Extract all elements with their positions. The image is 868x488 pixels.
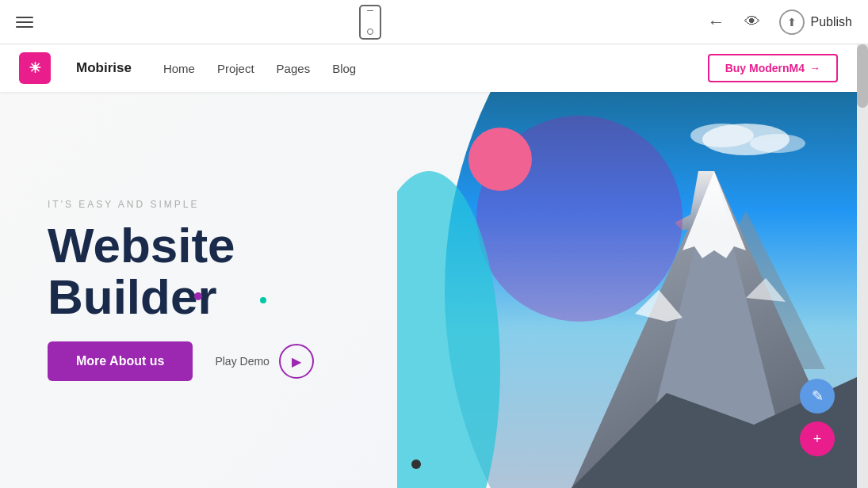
play-demo-container[interactable]: Play Demo ▶ xyxy=(215,344,313,379)
logo-icon: ☀ xyxy=(29,59,41,77)
more-about-us-button[interactable]: More About us xyxy=(48,341,193,381)
scrollbar-thumb[interactable] xyxy=(857,44,868,108)
toolbar-right: ← 👁 ⬆ Publish xyxy=(708,10,852,35)
buy-modernm4-button[interactable]: Buy ModernM4 → xyxy=(708,54,838,82)
toolbar-left xyxy=(16,17,33,28)
nav-link-home[interactable]: Home xyxy=(163,62,195,75)
carousel-dot-indicator[interactable] xyxy=(411,459,421,469)
hero-title-line1: Website xyxy=(48,219,314,271)
preview-eye-icon[interactable]: 👁 xyxy=(744,13,760,31)
play-demo-icon[interactable]: ▶ xyxy=(279,344,314,379)
hero-title-line2-wrapper: Builder xyxy=(48,271,314,322)
nav-link-project[interactable]: Project xyxy=(217,62,254,75)
hero-subtitle: IT'S EASY AND SIMPLE xyxy=(48,199,314,210)
edit-fab-icon: ✎ xyxy=(812,387,824,405)
add-fab-button[interactable]: + xyxy=(800,421,835,456)
svg-point-3 xyxy=(690,124,754,147)
play-demo-label: Play Demo xyxy=(215,355,269,368)
dot-green-decoration xyxy=(260,297,266,303)
edit-fab-button[interactable]: ✎ xyxy=(800,379,835,414)
preview-area: ☀ Mobirise Home Project Pages Blog Buy M… xyxy=(0,44,857,488)
site-logo: ☀ xyxy=(19,52,51,84)
publish-label: Publish xyxy=(811,15,852,29)
publish-button[interactable]: ⬆ Publish xyxy=(779,10,852,35)
scrollbar-track xyxy=(857,44,868,488)
buy-button-label: Buy ModernM4 xyxy=(725,62,805,74)
back-icon[interactable]: ← xyxy=(708,12,725,32)
toolbar: ← 👁 ⬆ Publish xyxy=(0,0,868,44)
mobile-device-icon[interactable] xyxy=(359,5,381,40)
nav-link-blog[interactable]: Blog xyxy=(332,62,356,75)
toolbar-center xyxy=(359,5,381,40)
hero-visual xyxy=(397,92,857,488)
svg-point-4 xyxy=(750,134,805,153)
menu-icon[interactable] xyxy=(16,17,33,28)
hero-content: IT'S EASY AND SIMPLE Website Builder Mor… xyxy=(48,199,314,381)
hero-title: Website Builder xyxy=(48,219,314,322)
pink-circle-decoration xyxy=(468,128,532,191)
add-fab-icon: + xyxy=(813,431,822,448)
site-nav-links: Home Project Pages Blog xyxy=(163,62,683,75)
fab-container: ✎ + xyxy=(800,379,835,456)
nav-link-pages[interactable]: Pages xyxy=(277,62,311,75)
hero-actions: More About us Play Demo ▶ xyxy=(48,341,314,381)
hero-title-line2: Builder xyxy=(48,269,217,324)
buy-button-arrow: → xyxy=(809,62,820,74)
main-area: ☀ Mobirise Home Project Pages Blog Buy M… xyxy=(0,44,868,488)
site-navbar: ☀ Mobirise Home Project Pages Blog Buy M… xyxy=(0,44,857,92)
site-brand-name: Mobirise xyxy=(76,60,132,76)
publish-upload-icon: ⬆ xyxy=(779,10,805,35)
hero-section: IT'S EASY AND SIMPLE Website Builder Mor… xyxy=(0,92,857,488)
